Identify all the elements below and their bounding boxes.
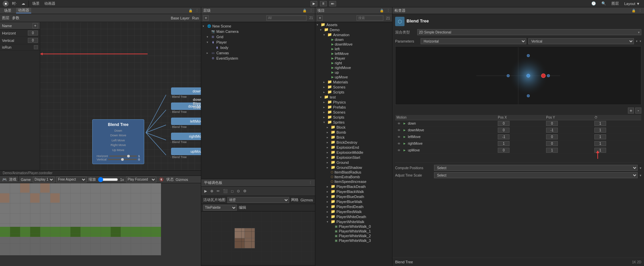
menu-time[interactable]: 时· [11,1,18,6]
search-icon[interactable]: 🔍 [600,1,607,6]
compute-select[interactable]: Select [434,165,638,171]
project-playerredwalk[interactable]: ▸ 📁 PlayerRedWalk [315,209,392,214]
project-playerblackwalk[interactable]: ▸ 📁 PlayerBlackWalk [315,189,392,194]
project-anim-rightmove[interactable]: ▶ rightMove [315,65,392,70]
project-physics[interactable]: ▸ 📁 Physics [315,99,392,105]
tree-item-body[interactable]: ⧫ body [201,45,315,50]
collab-icon[interactable]: 🕐 [590,1,597,6]
project-itemspeed[interactable]: ⬡ ItemSpeedIncrease [315,179,392,184]
project-add[interactable]: + [317,15,323,21]
display-select[interactable]: Display 1 [33,177,54,183]
project-anim-up[interactable]: ▶ up [315,70,392,75]
tile-tool-select[interactable]: □ [230,189,234,194]
hierarchy-add[interactable]: + [203,15,209,21]
horizont-input[interactable] [28,30,38,36]
project-walk0[interactable]: ▣ PlayerWhiteWalk_0 [315,224,392,229]
project-walk2[interactable]: ▣ PlayerWhiteWalk_2 [315,234,392,238]
remove-motion-button[interactable]: - [635,108,641,114]
project-groundshadow[interactable]: ▸ 📁 GroundShadow [315,165,392,170]
tree-item-grid[interactable]: ▾ ⊞ Grid [201,34,315,40]
project-anim-downmove[interactable]: ▶ downMove [315,42,392,47]
params-tab[interactable]: 参数 [12,15,19,20]
project-block[interactable]: ▸ 📁 Block [315,125,392,130]
project-brickdestroy[interactable]: ▸ 📁 BrickDestroy [315,140,392,145]
aspect-select[interactable]: Free Aspect [56,177,87,183]
project-anim-player[interactable]: ▶ Player [315,56,392,61]
project-anim-left[interactable]: ▶ left [315,47,392,51]
project-anim-right[interactable]: ▶ right [315,61,392,65]
project-walk1[interactable]: ▣ PlayerWhiteWalk_1 [315,229,392,234]
layers-label[interactable]: 图层 [610,1,620,6]
zoom-slider[interactable] [98,178,118,182]
project-playerwhitewalk[interactable]: ▾ 📁 PlayerWhiteWalk [315,219,392,224]
adjust-select[interactable]: Select [434,172,638,178]
step-button[interactable]: ⏭ [329,1,336,6]
blend-tree-node[interactable]: Blend Tree DownDown MoveLeft MoveRight M… [92,119,144,164]
hierarchy-lock[interactable]: 🔒 [303,9,307,12]
project-anim-down[interactable]: ▶ down [315,37,392,42]
project-anim-leftmove[interactable]: ▶ leftMove [315,51,392,56]
menu-dots[interactable]: ⋮ [195,8,199,13]
project-sprites[interactable]: ▾ 📁 Sprites [315,120,392,125]
project-ground[interactable]: ▸ 📁 Ground [315,160,392,165]
project-demo[interactable]: ▾ 📁 Demo [315,27,392,32]
motion-time-rightmove[interactable] [594,141,606,146]
tree-item-new-scene[interactable]: ▾ 🌐 New Scene [201,23,315,29]
motion-posy-leftmove[interactable] [546,134,558,139]
add-param-button[interactable]: + [33,23,38,28]
tile-tool-pick[interactable]: ⊙ [236,189,241,194]
motion-posx-downmove[interactable] [498,128,509,133]
tile-palette-menu[interactable]: ⋮ [309,181,312,185]
hierarchy-menu[interactable]: ⋮ [309,8,313,13]
project-scripts[interactable]: ▸ 📁 Scripts [315,89,392,94]
play-focused-select[interactable]: Play Focused [126,177,156,183]
inspector-menu[interactable]: ⋮ [638,8,642,13]
param2-select[interactable]: Vertical [528,38,634,44]
menu-cloud[interactable]: ☁ [20,1,26,6]
menu-animator[interactable]: 动画器 [43,1,57,6]
vertical-input[interactable] [28,38,38,43]
project-assets[interactable]: ▾ 📁 Assets [315,22,392,27]
project-menu[interactable]: ⋮ [386,8,390,13]
project-playerreddeath[interactable]: ▸ 📁 PlayerRedDeath [315,204,392,209]
hierarchy-search[interactable] [266,15,307,21]
eye-leftmove[interactable]: 👁 [396,135,401,139]
gizmos-label[interactable]: Gizmos [176,178,188,182]
project-scenes[interactable]: ▸ 📁 Scenes [315,84,392,89]
edit-label[interactable]: 编辑 [239,205,246,210]
stats-label[interactable]: 状态 [166,177,174,182]
project-walk3[interactable]: ▣ PlayerWhiteWalk_3 [315,238,392,243]
tile-tool-erase[interactable]: ✏ [216,189,221,194]
eye-rightmove[interactable]: 👁 [396,141,401,146]
tree-item-main-camera[interactable]: 📷 Main Camera [201,29,315,34]
motion-posx-leftmove[interactable] [498,134,509,139]
project-explosionstart[interactable]: ▸ 📁 ExplosionStart [315,155,392,160]
project-itemextrabomb[interactable]: ⬡ ItemExtraBomb [315,175,392,179]
project-scenes2[interactable]: ▸ 📁 Scenes [315,110,392,115]
motion-time-downmove[interactable] [594,128,606,133]
pause-button[interactable]: ⏸ [320,1,327,6]
eye-downmove[interactable]: 👁 [396,128,401,133]
project-itemblast[interactable]: ⬡ ItemBlastRadius [315,170,392,175]
project-animation[interactable]: ▾ 📁 Animation [315,32,392,37]
node-leftmove[interactable]: leftMove [171,118,201,125]
motion-posx-down[interactable] [498,121,509,126]
menu-scene[interactable]: 场景 [31,1,41,6]
motion-time-down[interactable] [594,121,606,126]
add-motion-button[interactable]: + [628,108,634,114]
blend-type-select[interactable]: 2D Simple Directional ▾ [417,29,641,35]
node-down[interactable]: down [171,87,201,95]
motion-posy-rightmove[interactable] [546,141,558,146]
inspector-lock[interactable]: 🔒 [632,9,636,12]
node-upmove[interactable]: upMove [171,148,201,155]
tile-tool-settings[interactable]: ⚙ [242,189,248,194]
project-test[interactable]: ▾ 📁 test [315,94,392,99]
tab-scene[interactable]: 场景 [2,8,13,13]
motion-time-leftmove[interactable] [594,134,606,139]
play-button[interactable]: ▶ [311,1,317,6]
project-scripts2[interactable]: ▸ 📁 Scripts [315,115,392,120]
run-label[interactable]: Run [192,16,199,20]
tree-item-eventsystem[interactable]: ⚙ EventSystem [201,56,315,61]
project-playerwhitedeath[interactable]: ▸ 📁 PlayerWhiteDeath [315,214,392,219]
tab-animator[interactable]: 动画器 [16,8,31,13]
